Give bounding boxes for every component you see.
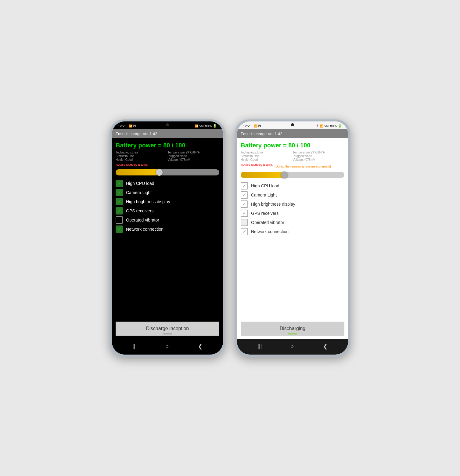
checkbox-gps-light[interactable]: ✓ bbox=[241, 210, 248, 217]
voltage-light: Voltage:4078mV bbox=[293, 158, 345, 161]
nav-recent-light[interactable]: ||| bbox=[257, 343, 262, 350]
checkbox-cpu-light[interactable]: ✓ bbox=[241, 182, 248, 189]
battery-info-light: Technology:Li-ion Temperature:29°C/84°F … bbox=[241, 151, 344, 161]
slider-track-dark bbox=[116, 169, 219, 175]
checkbox-item-network-dark[interactable]: ✓ Network connection bbox=[116, 225, 219, 233]
temp-light: Temperature:29°C/84°F bbox=[293, 151, 345, 154]
app-body-light: Battery power = 80 / 100 Technology:Li-i… bbox=[237, 138, 348, 339]
checkmark-camera-light: ✓ bbox=[243, 193, 246, 197]
nav-home-dark[interactable]: ○ bbox=[166, 343, 169, 350]
status-light: Status:In Use bbox=[241, 154, 293, 158]
label-network-light: Network connection bbox=[251, 229, 289, 234]
checkmark-brightness-light: ✓ bbox=[243, 202, 246, 206]
battery-text-light: 80% bbox=[330, 124, 337, 128]
checkbox-vibrator-dark[interactable] bbox=[116, 216, 123, 224]
slider-thumb-light[interactable] bbox=[281, 171, 288, 178]
nav-back-light[interactable]: ❮ bbox=[323, 343, 328, 350]
checkbox-item-camera-dark[interactable]: ✓ Camera Light bbox=[116, 189, 219, 196]
time-light: 12:29 bbox=[243, 124, 252, 128]
time-dark: 12:29 bbox=[118, 124, 127, 128]
status-left-dark: 12:29 📶 🖼 bbox=[118, 124, 136, 128]
slider-fill-dark bbox=[116, 169, 159, 175]
phone-light: 12:29 📶 🖼 📍 📶 Vo6 80% 🔋 Fast discharge V… bbox=[235, 119, 350, 357]
checkbox-cpu-dark[interactable]: ✓ bbox=[116, 180, 123, 187]
checkbox-item-brightness-dark[interactable]: ✓ High brightness display bbox=[116, 198, 219, 205]
checkbox-list-dark: ✓ High CPU load ✓ Camera Light bbox=[116, 180, 219, 319]
app-content-light: Fast discharge Ver.1.42 Battery power = … bbox=[237, 129, 348, 339]
label-camera-dark: Camera Light bbox=[126, 190, 152, 195]
discharge-label-dark: Discharge inception bbox=[146, 326, 189, 331]
signal-icons-dark: 📶 🖼 bbox=[129, 124, 136, 128]
label-vibrator-light: Operated vibrator bbox=[251, 220, 284, 225]
camera-dot-light bbox=[291, 123, 294, 126]
camera-dot-dark bbox=[166, 123, 169, 126]
slider-dark[interactable] bbox=[116, 169, 219, 175]
button-indicator-light bbox=[288, 334, 297, 334]
app-content-dark: Fast discharge Ver.1.42 Battery power = … bbox=[112, 129, 223, 339]
checkbox-item-camera-light[interactable]: ✓ Camera Light bbox=[241, 191, 344, 199]
health-light: Health:Good bbox=[241, 158, 293, 161]
slider-light[interactable] bbox=[241, 172, 344, 178]
battery-icon-dark: 🔋 bbox=[213, 124, 217, 128]
button-indicator-dark bbox=[163, 334, 172, 334]
status-dark: Status:In Use bbox=[116, 154, 167, 158]
checkmark-cpu-dark: ✓ bbox=[117, 181, 121, 186]
checkbox-camera-dark[interactable]: ✓ bbox=[116, 189, 123, 196]
discharging-button-light[interactable]: Discharging bbox=[241, 322, 344, 336]
status-right-light: 📍 📶 Vo6 80% 🔋 bbox=[316, 124, 342, 128]
wifi-icon-dark: 📶 bbox=[195, 124, 198, 128]
checkmark-camera-dark: ✓ bbox=[117, 190, 121, 195]
checkbox-network-dark[interactable]: ✓ bbox=[116, 225, 123, 233]
voltage-dark: Voltage:4078mV bbox=[168, 158, 220, 161]
checkbox-brightness-light[interactable]: ✓ bbox=[241, 200, 248, 208]
goals-extra-light: (During the remaining time measurement) bbox=[275, 165, 331, 168]
checkbox-vibrator-light[interactable] bbox=[241, 219, 248, 226]
checkbox-brightness-dark[interactable]: ✓ bbox=[116, 198, 123, 205]
checkbox-item-gps-light[interactable]: ✓ GPS receivers bbox=[241, 210, 344, 217]
checkbox-gps-dark[interactable]: ✓ bbox=[116, 207, 123, 215]
checkbox-item-vibrator-light[interactable]: Operated vibrator bbox=[241, 219, 344, 226]
phone-dark: 12:29 📶 🖼 📶 Vo6 80% 🔋 Fast discharge Ver… bbox=[110, 119, 225, 357]
label-vibrator-dark: Operated vibrator bbox=[126, 218, 159, 222]
checkmark-gps-dark: ✓ bbox=[117, 209, 121, 213]
checkbox-item-cpu-light[interactable]: ✓ High CPU load bbox=[241, 182, 344, 189]
checkbox-camera-light[interactable]: ✓ bbox=[241, 191, 248, 199]
battery-title-light: Battery power = 80 / 100 bbox=[241, 142, 344, 149]
checkbox-item-brightness-light[interactable]: ✓ High brightness display bbox=[241, 200, 344, 208]
goals-light: Goals battery = 40% bbox=[241, 163, 273, 167]
notch-light bbox=[280, 121, 305, 128]
battery-info-dark: Technology:Li-ion Temperature:29°C/84°F … bbox=[116, 151, 219, 161]
checkbox-item-vibrator-dark[interactable]: Operated vibrator bbox=[116, 216, 219, 224]
slider-thumb-dark[interactable] bbox=[156, 169, 163, 176]
signal-text-light: Vo6 bbox=[324, 124, 329, 128]
checkmark-cpu-light: ✓ bbox=[243, 184, 246, 188]
discharging-label-light: Discharging bbox=[280, 326, 305, 331]
nav-home-light[interactable]: ○ bbox=[291, 343, 294, 350]
nav-back-dark[interactable]: ❮ bbox=[198, 343, 203, 350]
checkbox-network-light[interactable]: ✓ bbox=[241, 228, 248, 235]
slider-track-light bbox=[241, 172, 344, 178]
slider-fill-light bbox=[241, 172, 284, 178]
discharge-button-dark[interactable]: Discharge inception bbox=[116, 322, 219, 336]
nav-bar-light: ||| ○ ❮ bbox=[237, 339, 348, 355]
checkbox-item-cpu-dark[interactable]: ✓ High CPU load bbox=[116, 180, 219, 187]
checkbox-list-light: ✓ High CPU load ✓ Camera Light bbox=[241, 182, 344, 319]
label-camera-light: Camera Light bbox=[251, 193, 277, 197]
status-left-light: 12:29 📶 🖼 bbox=[243, 124, 261, 128]
tech-dark: Technology:Li-ion bbox=[116, 151, 167, 154]
app-body-dark: Battery power = 80 / 100 Technology:Li-i… bbox=[112, 138, 223, 339]
checkbox-item-gps-dark[interactable]: ✓ GPS receivers bbox=[116, 207, 219, 215]
nav-bar-dark: ||| ○ ❮ bbox=[112, 339, 223, 355]
status-right-dark: 📶 Vo6 80% 🔋 bbox=[195, 124, 217, 128]
app-header-light: Fast discharge Ver.1.42 bbox=[237, 129, 348, 138]
plugged-light: Plugged:None bbox=[293, 154, 345, 158]
nav-recent-dark[interactable]: ||| bbox=[132, 343, 137, 350]
signal-icons-light: 📶 🖼 bbox=[254, 124, 261, 128]
health-dark: Health:Good bbox=[116, 158, 167, 161]
label-brightness-light: High brightness display bbox=[251, 202, 295, 207]
phones-container: 12:29 📶 🖼 📶 Vo6 80% 🔋 Fast discharge Ver… bbox=[110, 119, 350, 357]
checkmark-network-dark: ✓ bbox=[117, 227, 121, 231]
battery-icon-light: 🔋 bbox=[338, 124, 342, 128]
checkbox-item-network-light[interactable]: ✓ Network connection bbox=[241, 228, 344, 235]
label-brightness-dark: High brightness display bbox=[126, 199, 170, 204]
